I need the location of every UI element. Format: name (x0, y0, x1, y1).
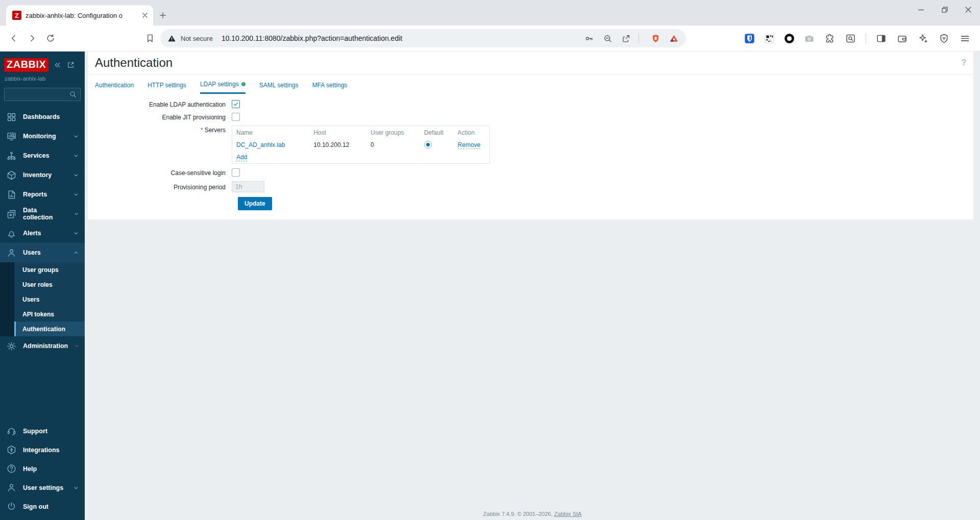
servers-label: *Servers (95, 126, 232, 134)
sidebar-item-integrations[interactable]: Integrations (0, 440, 85, 459)
help-question-icon[interactable]: ? (961, 58, 966, 67)
chevron-up-icon (72, 249, 80, 256)
menu-label: Dashboards (23, 113, 60, 120)
menu-label: Sign out (23, 503, 48, 510)
col-default: Default (420, 126, 454, 139)
qr-code-extension-icon[interactable] (764, 33, 775, 44)
sidebar-item-dashboards[interactable]: Dashboards (0, 107, 85, 127)
side-panel-icon[interactable] (876, 33, 887, 44)
sidebar-item-authentication[interactable]: Authentication (14, 321, 85, 336)
brave-shield-icon[interactable] (651, 34, 660, 43)
sidebar-item-administration[interactable]: Administration (0, 336, 85, 356)
tab-authentication[interactable]: Authentication (95, 81, 134, 94)
password-key-icon[interactable] (584, 34, 594, 43)
menu-label: Inventory (23, 171, 52, 179)
chevron-down-icon (72, 191, 80, 198)
users-icon (6, 247, 17, 258)
toolbar-divider (866, 33, 866, 43)
sidebar-search[interactable] (4, 88, 81, 101)
sidebar-item-user-groups[interactable]: User groups (14, 262, 85, 277)
zoom-out-icon[interactable] (603, 34, 612, 43)
sidebar-item-support[interactable]: Support (0, 422, 85, 440)
tab-mfa-settings[interactable]: MFA settings (312, 81, 348, 94)
server-row: DC_AD_anhlx.lab 10.10.200.12 0 Remove (232, 138, 490, 151)
sidebar-item-user-settings[interactable]: User settings (0, 478, 85, 497)
hide-sidebar-icon[interactable] (66, 61, 75, 69)
not-secure-warning-icon[interactable] (167, 34, 176, 43)
provisioning-period-input (232, 181, 264, 192)
reload-button[interactable] (43, 31, 58, 46)
back-button[interactable] (6, 31, 21, 46)
sidebar-item-inventory[interactable]: Inventory (0, 165, 85, 185)
forward-button[interactable] (24, 31, 40, 46)
sidebar-item-users[interactable]: Users (0, 243, 85, 262)
share-icon[interactable] (621, 34, 631, 43)
minimize-button[interactable] (910, 0, 933, 19)
ldap-settings-form: Enable LDAP authentication Enable JIT pr… (88, 94, 973, 219)
collapse-sidebar-icon[interactable] (53, 61, 62, 69)
update-button[interactable]: Update (238, 197, 272, 210)
servers-table: Name Host User groups Default Action DC_… (232, 126, 490, 164)
close-window-button[interactable] (957, 0, 980, 19)
users-submenu: User groups User roles Users API tokens … (0, 262, 85, 336)
col-action: Action (454, 126, 490, 139)
browser-tab[interactable]: Z zabbix-anhlx-lab: Configuration o (6, 5, 153, 26)
sidebar-item-reports[interactable]: Reports (0, 185, 85, 204)
sidebar-item-users-list[interactable]: Users (14, 292, 85, 307)
chevron-down-icon (72, 152, 80, 159)
tab-close-icon[interactable] (141, 11, 149, 19)
not-secure-label[interactable]: Not secure (181, 35, 213, 42)
url-text[interactable]: 10.10.200.11:8080/zabbix.php?action=auth… (222, 34, 576, 42)
tab-saml-settings[interactable]: SAML settings (259, 81, 299, 94)
bookmark-icon[interactable] (143, 31, 157, 45)
reports-icon (6, 189, 17, 200)
zabbix-favicon-icon: Z (12, 11, 21, 20)
menu-label: Support (23, 428, 47, 435)
restore-button[interactable] (933, 0, 957, 19)
menu-label: Services (23, 152, 49, 159)
col-host: Host (309, 126, 366, 139)
administration-gear-icon (6, 341, 17, 352)
services-icon (6, 151, 17, 161)
sidebar-item-data-collection[interactable]: Data collection (0, 204, 85, 224)
dashboards-grid-icon (6, 112, 17, 122)
add-server-link[interactable]: Add (236, 154, 247, 161)
screenshot-camera-icon[interactable] (804, 33, 815, 44)
menu-hamburger-icon[interactable] (960, 33, 970, 44)
extensions-puzzle-icon[interactable] (824, 33, 835, 44)
leo-ai-sparkle-icon[interactable] (918, 33, 928, 44)
bitwarden-extension-icon[interactable] (744, 33, 755, 44)
case-sensitive-checkbox[interactable] (232, 168, 240, 177)
default-server-radio[interactable] (424, 141, 432, 148)
address-bar[interactable]: Not secure 10.10.200.11:8080/zabbix.php?… (160, 29, 686, 47)
sidebar-spacer (0, 356, 85, 422)
sidebar-item-api-tokens[interactable]: API tokens (14, 307, 85, 321)
sidebar-item-monitoring[interactable]: Monitoring (0, 127, 85, 146)
search-page-icon[interactable] (845, 33, 856, 44)
brave-rewards-bat-icon[interactable] (669, 34, 679, 43)
sidebar-search-input[interactable] (8, 91, 69, 98)
remove-server-link[interactable]: Remove (458, 141, 481, 149)
menu-label: Alerts (23, 230, 41, 237)
page-title: Authentication (95, 56, 173, 70)
zabbix-sia-link[interactable]: Zabbix SIA (554, 511, 582, 517)
enable-jit-checkbox[interactable] (232, 113, 240, 121)
integrations-icon (6, 444, 17, 455)
tab-ldap-settings[interactable]: LDAP settings (200, 81, 246, 94)
server-name-link[interactable]: DC_AD_anhlx.lab (236, 141, 285, 148)
sidebar-item-user-roles[interactable]: User roles (14, 277, 85, 292)
sidebar-item-help[interactable]: Help (0, 459, 85, 478)
new-tab-button[interactable] (158, 11, 167, 20)
zabbix-logo[interactable]: ZABBIX (4, 58, 48, 72)
settings-tabs: Authentication HTTP settings LDAP settin… (88, 75, 973, 94)
sidebar-item-services[interactable]: Services (0, 146, 85, 165)
enable-ldap-checkbox[interactable] (232, 100, 240, 108)
tab-strip: Z zabbix-anhlx-lab: Configuration o (0, 0, 980, 26)
tab-http-settings[interactable]: HTTP settings (148, 81, 186, 94)
sidebar-item-sign-out[interactable]: Sign out (0, 497, 85, 516)
sidebar-item-alerts[interactable]: Alerts (0, 224, 85, 243)
vpn-shield-icon[interactable] (939, 33, 949, 44)
wallet-icon[interactable] (897, 33, 908, 44)
dark-circle-extension-icon[interactable] (784, 33, 795, 44)
chevron-down-icon (72, 171, 80, 179)
